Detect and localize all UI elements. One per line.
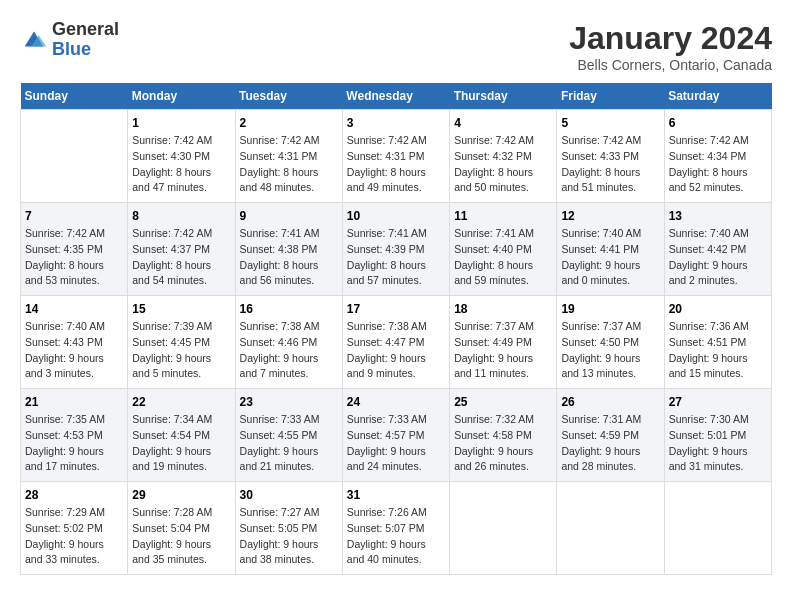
day-number: 1: [132, 116, 230, 130]
header-thursday: Thursday: [450, 83, 557, 110]
calendar-day: 21 Sunrise: 7:35 AMSunset: 4:53 PMDaylig…: [21, 389, 128, 482]
calendar-week-5: 28 Sunrise: 7:29 AMSunset: 5:02 PMDaylig…: [21, 482, 772, 575]
header-tuesday: Tuesday: [235, 83, 342, 110]
header-row: Sunday Monday Tuesday Wednesday Thursday…: [21, 83, 772, 110]
calendar-day: 6 Sunrise: 7:42 AMSunset: 4:34 PMDayligh…: [664, 110, 771, 203]
calendar-week-3: 14 Sunrise: 7:40 AMSunset: 4:43 PMDaylig…: [21, 296, 772, 389]
calendar-day: 27 Sunrise: 7:30 AMSunset: 5:01 PMDaylig…: [664, 389, 771, 482]
day-details: Sunrise: 7:41 AMSunset: 4:40 PMDaylight:…: [454, 226, 552, 289]
calendar-day: 5 Sunrise: 7:42 AMSunset: 4:33 PMDayligh…: [557, 110, 664, 203]
calendar-day: 28 Sunrise: 7:29 AMSunset: 5:02 PMDaylig…: [21, 482, 128, 575]
day-details: Sunrise: 7:29 AMSunset: 5:02 PMDaylight:…: [25, 505, 123, 568]
day-details: Sunrise: 7:33 AMSunset: 4:57 PMDaylight:…: [347, 412, 445, 475]
day-number: 26: [561, 395, 659, 409]
day-details: Sunrise: 7:37 AMSunset: 4:49 PMDaylight:…: [454, 319, 552, 382]
day-number: 4: [454, 116, 552, 130]
day-number: 11: [454, 209, 552, 223]
day-number: 9: [240, 209, 338, 223]
page-header: General Blue January 2024 Bells Corners,…: [20, 20, 772, 73]
calendar-day: 22 Sunrise: 7:34 AMSunset: 4:54 PMDaylig…: [128, 389, 235, 482]
day-details: Sunrise: 7:42 AMSunset: 4:32 PMDaylight:…: [454, 133, 552, 196]
day-details: Sunrise: 7:30 AMSunset: 5:01 PMDaylight:…: [669, 412, 767, 475]
logo-blue-text: Blue: [52, 40, 119, 60]
day-details: Sunrise: 7:27 AMSunset: 5:05 PMDaylight:…: [240, 505, 338, 568]
day-details: Sunrise: 7:42 AMSunset: 4:37 PMDaylight:…: [132, 226, 230, 289]
day-details: Sunrise: 7:39 AMSunset: 4:45 PMDaylight:…: [132, 319, 230, 382]
day-details: Sunrise: 7:40 AMSunset: 4:42 PMDaylight:…: [669, 226, 767, 289]
calendar-day: 2 Sunrise: 7:42 AMSunset: 4:31 PMDayligh…: [235, 110, 342, 203]
calendar-day: 23 Sunrise: 7:33 AMSunset: 4:55 PMDaylig…: [235, 389, 342, 482]
calendar-day: 13 Sunrise: 7:40 AMSunset: 4:42 PMDaylig…: [664, 203, 771, 296]
calendar-day: 8 Sunrise: 7:42 AMSunset: 4:37 PMDayligh…: [128, 203, 235, 296]
day-details: Sunrise: 7:40 AMSunset: 4:43 PMDaylight:…: [25, 319, 123, 382]
header-monday: Monday: [128, 83, 235, 110]
day-number: 10: [347, 209, 445, 223]
day-details: Sunrise: 7:42 AMSunset: 4:35 PMDaylight:…: [25, 226, 123, 289]
day-details: Sunrise: 7:38 AMSunset: 4:47 PMDaylight:…: [347, 319, 445, 382]
calendar-day: 18 Sunrise: 7:37 AMSunset: 4:49 PMDaylig…: [450, 296, 557, 389]
day-number: 31: [347, 488, 445, 502]
title-block: January 2024 Bells Corners, Ontario, Can…: [569, 20, 772, 73]
calendar-week-4: 21 Sunrise: 7:35 AMSunset: 4:53 PMDaylig…: [21, 389, 772, 482]
day-details: Sunrise: 7:42 AMSunset: 4:33 PMDaylight:…: [561, 133, 659, 196]
day-details: Sunrise: 7:40 AMSunset: 4:41 PMDaylight:…: [561, 226, 659, 289]
day-number: 28: [25, 488, 123, 502]
day-number: 2: [240, 116, 338, 130]
calendar-day: [664, 482, 771, 575]
day-details: Sunrise: 7:26 AMSunset: 5:07 PMDaylight:…: [347, 505, 445, 568]
calendar-table: Sunday Monday Tuesday Wednesday Thursday…: [20, 83, 772, 575]
calendar-day: 26 Sunrise: 7:31 AMSunset: 4:59 PMDaylig…: [557, 389, 664, 482]
logo-icon: [20, 26, 48, 54]
calendar-day: 3 Sunrise: 7:42 AMSunset: 4:31 PMDayligh…: [342, 110, 449, 203]
day-number: 13: [669, 209, 767, 223]
day-number: 30: [240, 488, 338, 502]
calendar-day: 25 Sunrise: 7:32 AMSunset: 4:58 PMDaylig…: [450, 389, 557, 482]
calendar-body: 1 Sunrise: 7:42 AMSunset: 4:30 PMDayligh…: [21, 110, 772, 575]
day-number: 3: [347, 116, 445, 130]
day-number: 23: [240, 395, 338, 409]
day-details: Sunrise: 7:34 AMSunset: 4:54 PMDaylight:…: [132, 412, 230, 475]
day-details: Sunrise: 7:31 AMSunset: 4:59 PMDaylight:…: [561, 412, 659, 475]
day-details: Sunrise: 7:36 AMSunset: 4:51 PMDaylight:…: [669, 319, 767, 382]
calendar-week-1: 1 Sunrise: 7:42 AMSunset: 4:30 PMDayligh…: [21, 110, 772, 203]
calendar-day: 14 Sunrise: 7:40 AMSunset: 4:43 PMDaylig…: [21, 296, 128, 389]
day-number: 8: [132, 209, 230, 223]
calendar-day: 7 Sunrise: 7:42 AMSunset: 4:35 PMDayligh…: [21, 203, 128, 296]
calendar-day: 12 Sunrise: 7:40 AMSunset: 4:41 PMDaylig…: [557, 203, 664, 296]
calendar-day: 1 Sunrise: 7:42 AMSunset: 4:30 PMDayligh…: [128, 110, 235, 203]
day-details: Sunrise: 7:42 AMSunset: 4:30 PMDaylight:…: [132, 133, 230, 196]
calendar-day: 11 Sunrise: 7:41 AMSunset: 4:40 PMDaylig…: [450, 203, 557, 296]
day-number: 7: [25, 209, 123, 223]
day-number: 6: [669, 116, 767, 130]
header-wednesday: Wednesday: [342, 83, 449, 110]
calendar-day: 30 Sunrise: 7:27 AMSunset: 5:05 PMDaylig…: [235, 482, 342, 575]
day-number: 18: [454, 302, 552, 316]
day-number: 27: [669, 395, 767, 409]
calendar-day: 31 Sunrise: 7:26 AMSunset: 5:07 PMDaylig…: [342, 482, 449, 575]
day-details: Sunrise: 7:28 AMSunset: 5:04 PMDaylight:…: [132, 505, 230, 568]
day-number: 21: [25, 395, 123, 409]
day-number: 5: [561, 116, 659, 130]
day-number: 20: [669, 302, 767, 316]
day-details: Sunrise: 7:41 AMSunset: 4:39 PMDaylight:…: [347, 226, 445, 289]
day-number: 15: [132, 302, 230, 316]
day-details: Sunrise: 7:42 AMSunset: 4:34 PMDaylight:…: [669, 133, 767, 196]
day-number: 17: [347, 302, 445, 316]
day-number: 24: [347, 395, 445, 409]
calendar-day: [450, 482, 557, 575]
calendar-day: 4 Sunrise: 7:42 AMSunset: 4:32 PMDayligh…: [450, 110, 557, 203]
calendar-week-2: 7 Sunrise: 7:42 AMSunset: 4:35 PMDayligh…: [21, 203, 772, 296]
day-details: Sunrise: 7:42 AMSunset: 4:31 PMDaylight:…: [240, 133, 338, 196]
header-sunday: Sunday: [21, 83, 128, 110]
day-details: Sunrise: 7:35 AMSunset: 4:53 PMDaylight:…: [25, 412, 123, 475]
day-details: Sunrise: 7:33 AMSunset: 4:55 PMDaylight:…: [240, 412, 338, 475]
calendar-day: 10 Sunrise: 7:41 AMSunset: 4:39 PMDaylig…: [342, 203, 449, 296]
logo-general-text: General: [52, 20, 119, 40]
calendar-day: 16 Sunrise: 7:38 AMSunset: 4:46 PMDaylig…: [235, 296, 342, 389]
calendar-day: 17 Sunrise: 7:38 AMSunset: 4:47 PMDaylig…: [342, 296, 449, 389]
calendar-header: Sunday Monday Tuesday Wednesday Thursday…: [21, 83, 772, 110]
day-number: 12: [561, 209, 659, 223]
day-number: 25: [454, 395, 552, 409]
header-friday: Friday: [557, 83, 664, 110]
day-details: Sunrise: 7:38 AMSunset: 4:46 PMDaylight:…: [240, 319, 338, 382]
